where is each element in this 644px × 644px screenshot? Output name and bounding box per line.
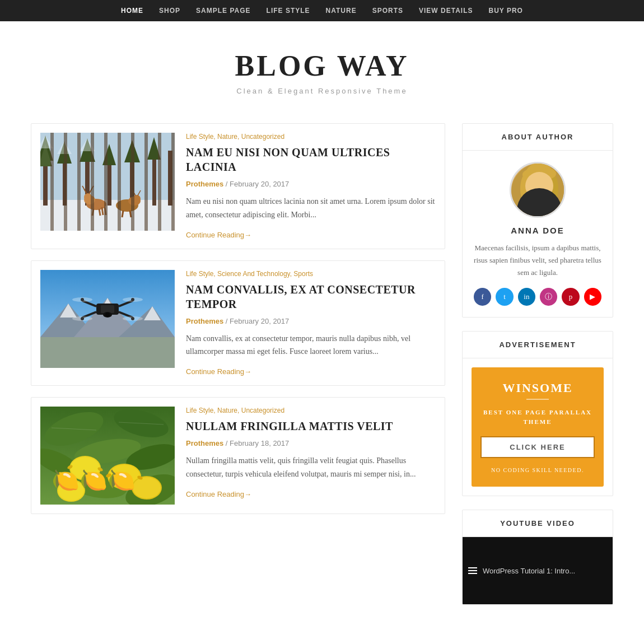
twitter-icon[interactable]: t xyxy=(496,288,513,306)
article-categories: Life Style, Science And Technology, Spor… xyxy=(186,270,436,278)
nav-shop[interactable]: SHOP xyxy=(159,7,180,15)
svg-point-21 xyxy=(84,193,92,201)
nav-view-details[interactable]: VIEW DETAILS xyxy=(419,7,473,15)
youtube-preview[interactable]: WordPress Tutorial 1: Intro... xyxy=(463,537,613,604)
youtube-title: YOUTUBE VIDEO xyxy=(463,510,613,537)
main-nav: HOME SHOP SAMPLE PAGE LIFE STYLE NATURE … xyxy=(0,0,644,21)
article-excerpt: Nullam fringilla mattis velit, quis frin… xyxy=(186,454,436,481)
pinterest-icon[interactable]: p xyxy=(562,288,579,306)
nav-nature[interactable]: NATURE xyxy=(326,7,357,15)
youtube-widget: YOUTUBE VIDEO WordPress Tutorial 1: Intr… xyxy=(462,510,613,605)
ad-brand-title: WINSOME xyxy=(480,381,595,395)
article-title: NULLAM FRINGILLA MATTIS VELIT xyxy=(186,419,436,433)
site-tagline: Clean & Elegant Responsive Theme xyxy=(0,87,644,95)
svg-point-31 xyxy=(128,197,141,206)
article-title: NAM CONVALLIS, EX AT CONSECTETUR TEMPOR xyxy=(186,282,436,311)
svg-line-26 xyxy=(92,209,94,216)
ad-footnote: NO CODING SKILL NEEDED. xyxy=(480,467,595,473)
advertisement-body: WINSOME BEST ONE PAGE PARALLAX THEME CLI… xyxy=(463,358,613,496)
youtube-icon[interactable]: ▶ xyxy=(584,288,601,306)
svg-line-28 xyxy=(102,207,103,215)
article-card: Life Style, Nature, Uncategorized NAM EU… xyxy=(31,123,445,249)
svg-line-34 xyxy=(138,190,141,195)
page-container: Life Style, Nature, Uncategorized NAM EU… xyxy=(20,112,624,629)
nav-buy-pro[interactable]: BUY PRO xyxy=(488,7,522,15)
article-thumbnail xyxy=(40,133,175,231)
svg-rect-11 xyxy=(130,148,134,206)
article-body: Life Style, Nature, Uncategorized NAM EU… xyxy=(186,133,436,240)
nav-sample-page[interactable]: SAMPLE PAGE xyxy=(196,7,250,15)
article-excerpt: Nam convallis, ex at consectetur tempor,… xyxy=(186,332,436,359)
article-categories: Life Style, Nature, Uncategorized xyxy=(186,407,436,414)
article-author: Prothemes xyxy=(186,317,223,325)
svg-line-29 xyxy=(105,207,106,215)
svg-line-25 xyxy=(92,186,94,189)
svg-marker-14 xyxy=(147,137,161,160)
svg-marker-8 xyxy=(80,138,95,162)
click-here-button[interactable]: CLICK HERE xyxy=(480,436,595,458)
site-header: BLOG WAY Clean & Elegant Responsive Them… xyxy=(0,21,644,112)
svg-line-33 xyxy=(133,190,136,195)
svg-rect-46 xyxy=(101,305,114,313)
facebook-icon[interactable]: f xyxy=(474,288,491,306)
svg-rect-93 xyxy=(536,192,543,196)
article-categories: Life Style, Nature, Uncategorized xyxy=(186,133,436,141)
article-body: Life Style, Science And Technology, Spor… xyxy=(186,270,436,377)
linkedin-icon[interactable]: in xyxy=(518,288,535,306)
svg-point-60 xyxy=(131,317,134,320)
sidebar: ABOUT AUTHOR xyxy=(462,123,613,618)
ad-box: WINSOME BEST ONE PAGE PARALLAX THEME CLI… xyxy=(472,367,604,487)
svg-point-58 xyxy=(131,298,134,301)
svg-rect-9 xyxy=(108,152,111,206)
continue-reading-link[interactable]: Continue Reading→ xyxy=(186,490,251,498)
nav-home[interactable]: HOME xyxy=(121,7,143,15)
svg-marker-3 xyxy=(40,136,53,161)
nav-lifestyle[interactable]: LIFE STYLE xyxy=(267,7,310,15)
svg-rect-15 xyxy=(168,151,172,206)
svg-point-59 xyxy=(81,317,84,320)
svg-point-88 xyxy=(522,169,539,180)
svg-point-30 xyxy=(116,199,138,212)
svg-point-20 xyxy=(84,195,95,204)
continue-reading-link[interactable]: Continue Reading→ xyxy=(186,231,251,239)
ad-underline xyxy=(526,399,549,400)
article-author: Prothemes xyxy=(186,180,223,188)
svg-marker-17 xyxy=(57,141,72,154)
svg-point-72 xyxy=(71,457,100,479)
article-title: NAM EU NISI NON QUAM ULTRICES LACINIA xyxy=(186,145,436,174)
svg-point-57 xyxy=(81,298,84,301)
ad-subtitle: BEST ONE PAGE PARALLAX THEME xyxy=(480,408,595,426)
yt-line-2 xyxy=(468,570,477,571)
svg-point-48 xyxy=(105,312,110,317)
article-date: / February 18, 2017 xyxy=(226,439,289,447)
article-date: / February 20, 2017 xyxy=(226,180,289,188)
author-bio: Maecenas facilisis, ipsum a dapibus matt… xyxy=(474,242,601,279)
article-excerpt: Nam eu nisi non quam ultrices lacinia no… xyxy=(186,195,436,222)
youtube-menu-icon xyxy=(468,567,477,574)
yt-line-3 xyxy=(468,573,477,574)
svg-rect-1 xyxy=(40,200,175,231)
article-thumbnail xyxy=(40,407,175,505)
author-name: ANNA DOE xyxy=(474,226,601,235)
svg-marker-10 xyxy=(102,144,116,165)
svg-point-89 xyxy=(539,168,556,179)
svg-rect-5 xyxy=(63,150,67,206)
svg-line-22 xyxy=(84,189,87,194)
svg-point-91 xyxy=(542,183,545,186)
svg-marker-6 xyxy=(57,141,72,164)
svg-line-27 xyxy=(99,209,100,216)
social-icons: f t in ⓘ p ▶ xyxy=(474,288,601,306)
continue-reading-link[interactable]: Continue Reading→ xyxy=(186,367,251,376)
main-content: Life Style, Nature, Uncategorized NAM EU… xyxy=(31,123,445,618)
svg-point-80 xyxy=(97,466,104,472)
svg-marker-16 xyxy=(40,136,53,148)
article-date: / February 20, 2017 xyxy=(226,317,289,325)
about-author-widget: ABOUT AUTHOR xyxy=(462,123,613,318)
svg-point-90 xyxy=(534,183,537,186)
svg-line-36 xyxy=(130,211,131,217)
nav-sports[interactable]: SPORTS xyxy=(372,7,403,15)
svg-point-78 xyxy=(133,477,161,498)
instagram-icon[interactable]: ⓘ xyxy=(540,288,557,306)
article-card: Life Style, Science And Technology, Spor… xyxy=(31,260,445,386)
article-body: Life Style, Nature, Uncategorized NULLAM… xyxy=(186,407,436,505)
